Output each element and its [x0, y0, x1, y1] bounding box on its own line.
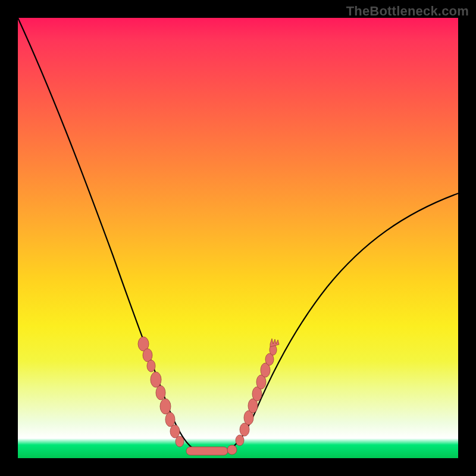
svg-point-7: [170, 425, 180, 438]
svg-point-4: [156, 386, 165, 400]
svg-point-3: [151, 372, 161, 387]
svg-rect-9: [186, 447, 228, 455]
svg-point-11: [236, 435, 244, 446]
bottleneck-curve: [18, 18, 458, 453]
svg-point-8: [176, 436, 184, 447]
left-bead-cluster: [138, 337, 184, 447]
right-bead-cluster: [236, 339, 279, 446]
chart-svg: [18, 18, 458, 458]
svg-point-2: [147, 360, 155, 372]
plot-area: [18, 18, 458, 458]
svg-point-12: [240, 423, 249, 436]
watermark-text: TheBottleneck.com: [346, 4, 469, 19]
svg-point-10: [227, 445, 237, 455]
svg-point-6: [165, 412, 175, 427]
outer-frame: TheBottleneck.com: [0, 0, 476, 476]
bottom-bead-bar: [186, 445, 237, 455]
svg-point-5: [160, 399, 171, 414]
